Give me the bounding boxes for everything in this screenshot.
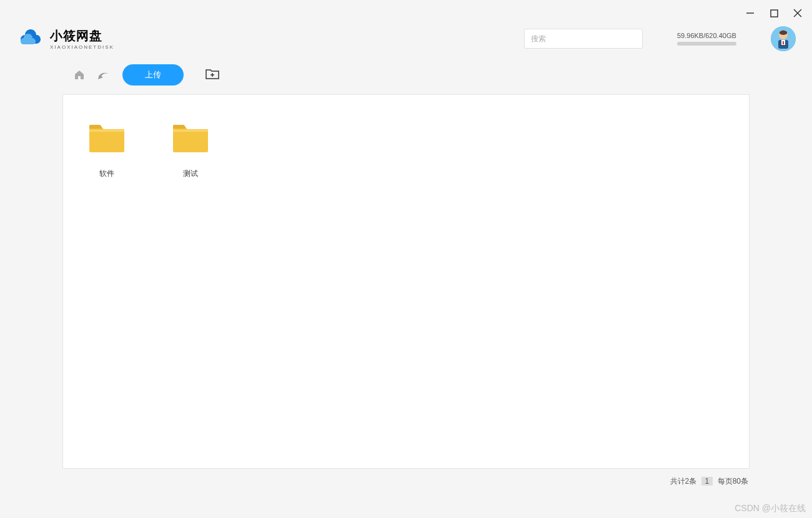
close-button[interactable] — [792, 7, 803, 19]
back-icon[interactable] — [97, 70, 110, 80]
app-logo: 小筱网盘 XIAOXIAONETDISK — [16, 27, 114, 50]
pagination-footer: 共计2条 1 每页80条 — [0, 469, 812, 487]
folder-icon — [87, 121, 127, 154]
file-panel: 软件 测试 — [62, 94, 750, 469]
app-title: 小筱网盘 — [50, 27, 114, 44]
watermark: CSDN @小筱在线 — [735, 503, 806, 514]
app-subtitle: XIAOXIAONETDISK — [50, 44, 114, 50]
total-count: 2条 — [685, 477, 697, 486]
home-icon[interactable] — [74, 69, 85, 81]
page-number[interactable]: 1 — [701, 477, 713, 486]
folder-label: 软件 — [99, 169, 114, 179]
svg-rect-1 — [771, 10, 778, 17]
new-folder-icon[interactable] — [205, 67, 220, 82]
upload-button[interactable]: 上传 — [122, 64, 184, 86]
total-label-prefix: 共计 — [670, 477, 685, 486]
folder-item[interactable]: 软件 — [87, 121, 127, 179]
folder-label: 测试 — [183, 169, 198, 179]
maximize-button[interactable] — [768, 7, 780, 19]
svg-rect-8 — [783, 41, 784, 44]
search-input[interactable] — [524, 29, 643, 49]
storage-bar — [677, 42, 736, 46]
folder-item[interactable]: 测试 — [171, 121, 210, 179]
folder-icon — [171, 121, 210, 154]
user-avatar[interactable] — [771, 26, 796, 51]
storage-label: 59.96KB/620.40GB — [677, 32, 736, 39]
minimize-button[interactable] — [745, 7, 756, 19]
per-page-label: 每页80条 — [718, 477, 748, 486]
cloud-icon — [16, 27, 44, 50]
storage-indicator: 59.96KB/620.40GB — [677, 32, 736, 46]
